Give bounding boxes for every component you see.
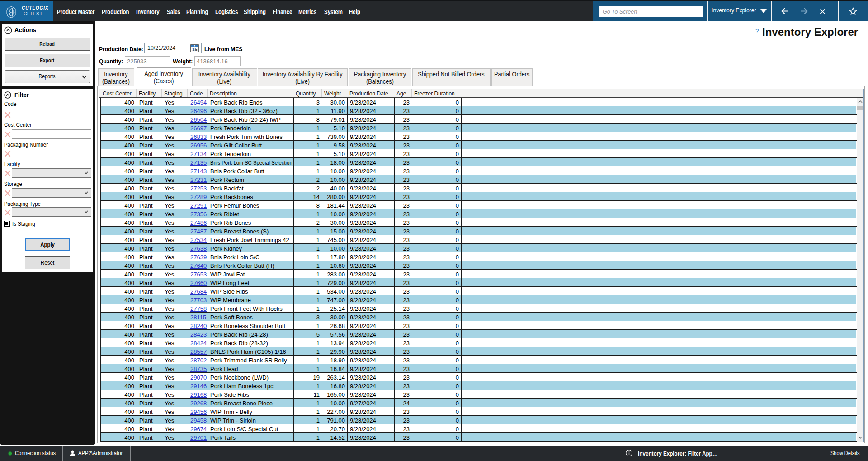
svg-text:15: 15 xyxy=(192,47,198,52)
